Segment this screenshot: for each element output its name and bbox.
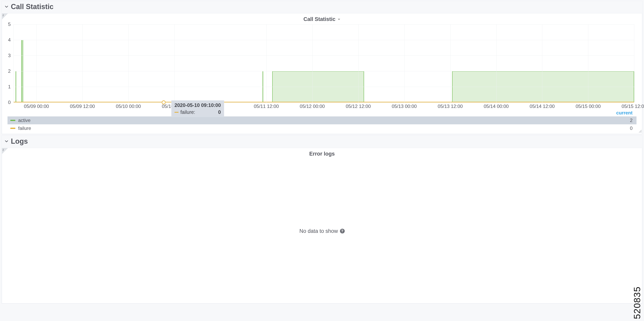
- y-tick: 0: [8, 100, 11, 105]
- v-gridline: [404, 24, 404, 102]
- v-gridline: [82, 24, 83, 102]
- chart-title-dropdown[interactable]: Call Statistic: [304, 16, 340, 22]
- logs-empty-state: No data to show ?: [2, 159, 642, 303]
- v-gridline: [358, 24, 358, 102]
- legend-current-header: current: [8, 110, 636, 116]
- section-header-call-stat[interactable]: Call Statistic: [2, 1, 642, 13]
- legend-name-failure: failure: [18, 125, 630, 131]
- x-tick: 05/15 00:00: [576, 104, 601, 109]
- legend-value-failure: 0: [630, 125, 634, 131]
- chart-area[interactable]: 012345 05/09 00:0005/09 12:0005/10 00:00…: [6, 24, 634, 109]
- h-gridline: [14, 71, 634, 71]
- logs-empty-text: No data to show: [299, 228, 338, 234]
- info-icon[interactable]: [2, 14, 8, 19]
- chevron-down-icon: [4, 139, 8, 143]
- chart-tooltip: 2020-05-10 09:10:00 failure: 0: [171, 100, 224, 117]
- resize-handle-icon[interactable]: [639, 130, 642, 133]
- logs-panel-title: Error logs: [309, 151, 335, 157]
- chart-legend: current active 2 failure 0: [8, 110, 636, 132]
- logs-title-text: Error logs: [309, 151, 335, 157]
- v-gridline: [266, 24, 266, 102]
- plot-area: [14, 24, 634, 102]
- v-gridline: [496, 24, 496, 102]
- tooltip-series-name: failure:: [180, 109, 195, 115]
- y-tick: 2: [8, 68, 11, 74]
- section-call-statistic: Call Statistic Call Statistic 012345: [2, 1, 642, 134]
- help-icon[interactable]: ?: [340, 229, 345, 233]
- x-tick: 05/09 12:00: [70, 104, 95, 109]
- x-tick: 05/09 00:00: [24, 104, 49, 109]
- info-icon[interactable]: [2, 148, 8, 154]
- caret-down-icon: [338, 18, 340, 21]
- x-tick: 05/10 00:00: [116, 104, 141, 109]
- x-axis: 05/09 00:0005/09 12:0005/10 00:0005/10 1…: [14, 102, 634, 109]
- x-tick: 05/11 12:00: [254, 104, 279, 109]
- legend-name-active: active: [18, 118, 630, 123]
- section-title: Logs: [11, 137, 28, 145]
- y-tick: 5: [8, 22, 11, 27]
- v-gridline: [174, 24, 175, 102]
- chart-title-text: Call Statistic: [304, 16, 336, 22]
- h-gridline: [14, 24, 634, 25]
- x-tick: 05/13 12:00: [438, 104, 463, 109]
- tooltip-series-swatch: [174, 112, 178, 113]
- y-tick: 4: [8, 37, 11, 43]
- legend-row-failure[interactable]: failure 0: [8, 124, 636, 132]
- v-gridline: [36, 24, 37, 102]
- legend-value-active: 2: [630, 118, 634, 123]
- v-gridline: [128, 24, 129, 102]
- tooltip-timestamp: 2020-05-10 09:10:00: [174, 102, 221, 108]
- legend-row-active[interactable]: active 2: [8, 116, 636, 124]
- chevron-down-icon: [4, 5, 8, 9]
- section-header-logs[interactable]: Logs: [2, 136, 642, 148]
- v-gridline: [450, 24, 450, 102]
- legend-swatch-failure: [10, 128, 16, 129]
- y-tick: 3: [8, 53, 11, 58]
- y-tick: 1: [8, 84, 11, 90]
- section-title: Call Statistic: [11, 3, 54, 11]
- v-gridline: [312, 24, 312, 102]
- tooltip-value: 0: [197, 109, 221, 115]
- x-tick: 05/14 00:00: [484, 104, 509, 109]
- logs-panel: Error logs No data to show ?: [2, 148, 642, 303]
- doc-number: 520835: [632, 286, 642, 319]
- series-layer: [14, 24, 634, 102]
- x-tick: 05/14 12:00: [530, 104, 555, 109]
- x-tick: 05/12 12:00: [346, 104, 371, 109]
- x-tick: 05/15 12:00: [622, 104, 644, 109]
- h-gridline: [14, 40, 634, 40]
- y-axis: 012345: [6, 24, 12, 102]
- section-logs: Logs Error logs No data to show ?: [2, 135, 642, 304]
- chart-panel: Call Statistic 012345 05/09 00:0005/09 1…: [2, 13, 642, 134]
- legend-swatch-active: [10, 120, 16, 121]
- x-tick: 05/12 00:00: [300, 104, 325, 109]
- x-tick: 05/13 00:00: [392, 104, 417, 109]
- h-gridline: [14, 56, 634, 56]
